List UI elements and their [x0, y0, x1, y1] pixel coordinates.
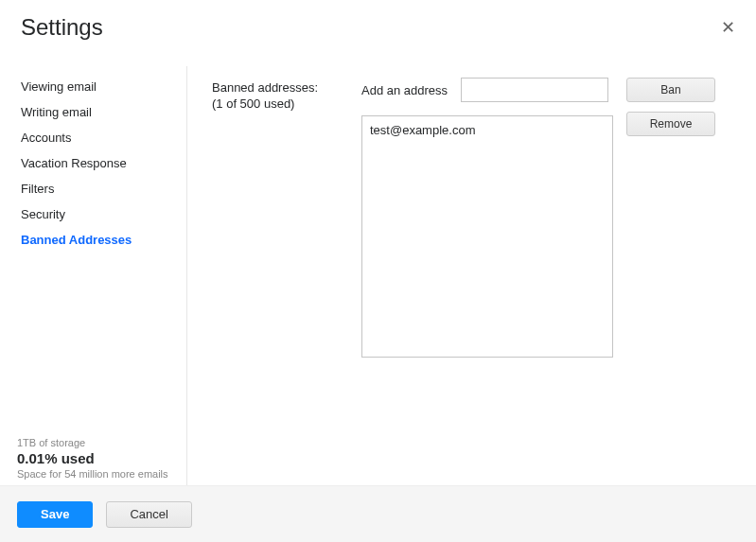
- storage-total: 1TB of storage: [17, 437, 177, 448]
- dialog-header: Settings ✕: [0, 0, 756, 55]
- remove-button[interactable]: Remove: [626, 112, 715, 136]
- banned-header-block: Banned addresses: (1 of 500 used): [212, 78, 361, 485]
- storage-percent: 0.01% used: [17, 450, 177, 466]
- dialog-title: Settings: [21, 14, 103, 41]
- ban-button[interactable]: Ban: [626, 78, 715, 102]
- sidebar-item-writing-email[interactable]: Writing email: [0, 99, 186, 125]
- sidebar: Viewing email Writing email Accounts Vac…: [0, 66, 187, 485]
- sidebar-item-vacation-response[interactable]: Vacation Response: [0, 150, 186, 176]
- cancel-button[interactable]: Cancel: [106, 501, 191, 528]
- banned-address-list[interactable]: test@example.com: [361, 115, 613, 358]
- add-address-input[interactable]: [461, 78, 608, 102]
- dialog-footer: Save Cancel: [0, 485, 756, 542]
- banned-header: Banned addresses:: [212, 80, 361, 95]
- sidebar-item-accounts[interactable]: Accounts: [0, 125, 186, 150]
- add-address-row: Add an address: [361, 78, 613, 102]
- action-buttons-col: Ban Remove: [613, 78, 715, 485]
- main-panel: Banned addresses: (1 of 500 used) Add an…: [187, 66, 756, 485]
- sidebar-item-banned-addresses[interactable]: Banned Addresses: [0, 227, 186, 253]
- close-icon[interactable]: ✕: [721, 19, 735, 36]
- dialog-body: Viewing email Writing email Accounts Vac…: [0, 55, 756, 485]
- banned-count: (1 of 500 used): [212, 96, 361, 111]
- save-button[interactable]: Save: [17, 501, 93, 528]
- sidebar-item-security[interactable]: Security: [0, 201, 186, 227]
- sidebar-item-filters[interactable]: Filters: [0, 176, 186, 201]
- sidebar-nav: Viewing email Writing email Accounts Vac…: [0, 74, 186, 253]
- storage-info: 1TB of storage 0.01% used Space for 54 m…: [17, 437, 177, 480]
- sidebar-item-viewing-email[interactable]: Viewing email: [0, 74, 186, 99]
- add-address-label: Add an address: [361, 83, 448, 97]
- settings-dialog: Settings ✕ Viewing email Writing email A…: [0, 0, 756, 542]
- storage-detail: Space for 54 million more emails: [17, 468, 177, 480]
- list-item[interactable]: test@example.com: [370, 122, 605, 138]
- banned-mid-col: Add an address test@example.com: [361, 78, 613, 485]
